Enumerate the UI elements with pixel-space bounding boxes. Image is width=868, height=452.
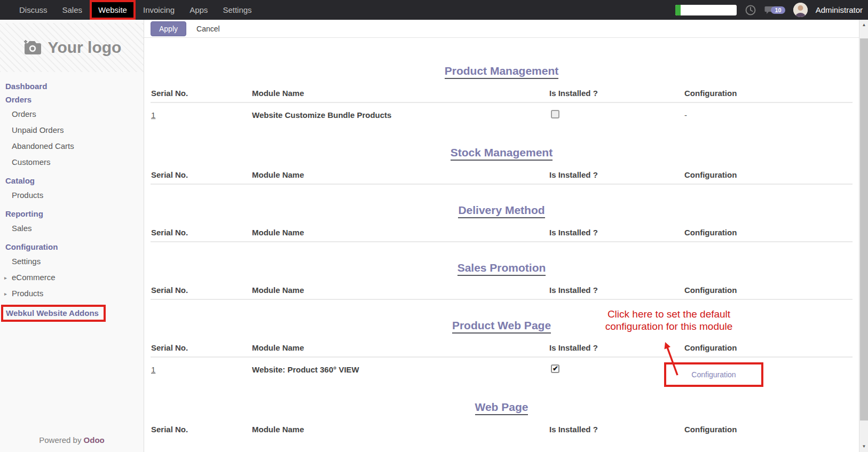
module-name-cell: Website Customize Bundle Products — [252, 110, 549, 120]
vertical-scrollbar[interactable]: ▲ ▼ — [859, 20, 868, 452]
sidebar: Your logo Dashboard Orders Orders Unpaid… — [0, 20, 144, 452]
sidebar-item-products[interactable]: Products — [0, 187, 144, 203]
installed-checkbox[interactable] — [551, 364, 559, 373]
col-module-name: Module Name — [252, 425, 549, 434]
module-name-cell: Website: Product 360° VIEW — [252, 365, 549, 374]
form-toolbar: Apply Cancel — [144, 20, 859, 38]
sidebar-item-products-config[interactable]: ▸Products — [0, 286, 144, 302]
nav-item-settings[interactable]: Settings — [215, 0, 259, 20]
section-stock-management: Stock Management Serial No. Module Name … — [151, 146, 853, 185]
chevron-right-icon: ▸ — [4, 273, 7, 283]
col-configuration: Configuration — [684, 286, 845, 295]
sidebar-item-settings[interactable]: Settings — [0, 253, 144, 269]
annotation-arrow-icon — [661, 342, 684, 377]
col-serial-no: Serial No. — [151, 286, 252, 295]
nav-item-discuss[interactable]: Discuss — [12, 0, 55, 20]
user-name[interactable]: Administrator — [816, 5, 863, 14]
section-title: Delivery Method — [458, 204, 545, 218]
col-is-installed: Is Installed ? — [549, 425, 684, 434]
table-header-row: Serial No. Module Name Is Installed ? Co… — [151, 343, 853, 358]
col-is-installed: Is Installed ? — [549, 89, 684, 98]
col-serial-no: Serial No. — [151, 170, 252, 179]
sidebar-section-reporting: Reporting — [0, 207, 144, 220]
col-configuration: Configuration — [684, 228, 845, 237]
configuration-cell: - — [684, 110, 845, 120]
col-serial-no: Serial No. — [151, 425, 252, 434]
apply-button[interactable]: Apply — [151, 21, 186, 36]
section-sales-promotion: Sales Promotion Serial No. Module Name I… — [151, 261, 853, 300]
top-navbar: Discuss Sales Website Invoicing Apps Set… — [0, 0, 868, 20]
sidebar-item-unpaid-orders[interactable]: Unpaid Orders — [0, 122, 144, 138]
sidebar-item-sales[interactable]: Sales — [0, 220, 144, 236]
col-module-name: Module Name — [252, 228, 549, 237]
section-title: Sales Promotion — [457, 261, 546, 276]
section-delivery-method: Delivery Method Serial No. Module Name I… — [151, 204, 853, 242]
table-row: 1 Website: Product 360° VIEW Configurati… — [151, 358, 853, 382]
configuration-link[interactable]: Configuration — [691, 370, 736, 379]
clock-icon[interactable] — [745, 4, 756, 16]
section-title: Product Management — [445, 65, 559, 79]
sidebar-section-configuration: Configuration — [0, 240, 144, 253]
table-header-row: Serial No. Module Name Is Installed ? Co… — [151, 89, 853, 103]
messages-menu[interactable]: 10 — [764, 6, 785, 14]
col-is-installed: Is Installed ? — [549, 228, 684, 237]
col-configuration: Configuration — [684, 425, 845, 434]
odoo-backend-page: Discuss Sales Website Invoicing Apps Set… — [0, 0, 868, 452]
nav-item-apps[interactable]: Apps — [182, 0, 215, 20]
highlight-box-webkul: Webkul Website Addons — [1, 305, 106, 322]
col-configuration: Configuration — [684, 170, 845, 179]
nav-item-invoicing[interactable]: Invoicing — [136, 0, 182, 20]
nav-item-website[interactable]: Website — [90, 0, 136, 20]
col-is-installed: Is Installed ? — [549, 170, 684, 179]
logo[interactable]: Your logo — [0, 23, 144, 72]
col-configuration: Configuration — [684, 343, 845, 352]
table-header-row: Serial No. Module Name Is Installed ? Co… — [151, 170, 853, 185]
sidebar-item-ecommerce[interactable]: ▸eCommerce — [0, 269, 144, 286]
col-module-name: Module Name — [252, 286, 549, 295]
sidebar-item-abandoned-carts[interactable]: Abandoned Carts — [0, 138, 144, 154]
sidebar-section-catalog: Catalog — [0, 174, 144, 187]
table-row: 1 Website Customize Bundle Products - — [151, 103, 853, 127]
scroll-down-arrow[interactable]: ▼ — [859, 442, 868, 451]
table-header-row: Serial No. Module Name Is Installed ? Co… — [151, 425, 853, 438]
scrollbar-thumb[interactable] — [860, 38, 868, 421]
sidebar-item-orders[interactable]: Orders — [0, 106, 144, 122]
col-is-installed: Is Installed ? — [549, 286, 684, 295]
module-config-form: Product Management Serial No. Module Nam… — [144, 65, 859, 438]
sidebar-item-customers[interactable]: Customers — [0, 154, 144, 170]
serial-cell: 1 — [151, 110, 252, 120]
col-configuration: Configuration — [684, 89, 845, 98]
avatar-image — [793, 3, 808, 17]
powered-by: Powered by Odoo — [0, 435, 144, 445]
scroll-up-arrow[interactable]: ▲ — [859, 21, 868, 29]
serial-cell: 1 — [151, 365, 252, 374]
progress-pill[interactable] — [675, 5, 737, 15]
logo-text: Your logo — [48, 38, 122, 57]
message-count-badge: 10 — [771, 6, 785, 14]
col-module-name: Module Name — [252, 343, 549, 352]
col-module-name: Module Name — [252, 89, 549, 98]
section-title: Stock Management — [451, 146, 553, 161]
sidebar-menu: Dashboard Orders Orders Unpaid Orders Ab… — [0, 72, 144, 322]
nav-item-sales[interactable]: Sales — [55, 0, 90, 20]
section-title: Product Web Page — [452, 319, 551, 334]
section-product-management: Product Management Serial No. Module Nam… — [151, 65, 853, 127]
col-module-name: Module Name — [252, 170, 549, 179]
installed-checkbox[interactable] — [551, 110, 559, 118]
sidebar-item-webkul-website-addons[interactable]: Webkul Website Addons — [6, 308, 99, 318]
sidebar-item-dashboard[interactable]: Dashboard — [0, 80, 144, 93]
cancel-button[interactable]: Cancel — [188, 22, 228, 36]
sidebar-section-orders: Orders — [0, 93, 144, 106]
main-content: Apply Cancel Product Management Serial N… — [144, 20, 859, 452]
section-web-page: Web Page Serial No. Module Name Is Insta… — [151, 401, 853, 438]
annotation-text: Click here to set the default configurat… — [581, 308, 757, 332]
table-header-row: Serial No. Module Name Is Installed ? Co… — [151, 228, 853, 242]
odoo-brand[interactable]: Odoo — [84, 435, 105, 445]
camera-icon — [22, 39, 42, 56]
chevron-right-icon: ▸ — [4, 289, 7, 299]
avatar[interactable] — [793, 3, 808, 17]
progress-fill — [675, 5, 681, 15]
col-serial-no: Serial No. — [151, 228, 252, 237]
col-serial-no: Serial No. — [151, 89, 252, 98]
table-header-row: Serial No. Module Name Is Installed ? Co… — [151, 286, 853, 300]
